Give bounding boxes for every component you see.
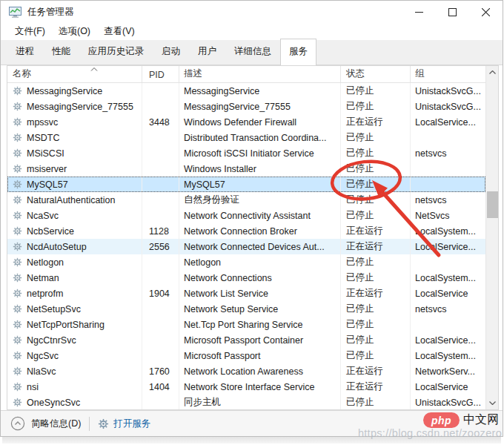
service-status-cell: 已停止 [341, 254, 411, 270]
scroll-up-icon[interactable] [486, 66, 498, 79]
service-description-cell: Network Connections [179, 270, 341, 286]
services-table: 名称 PID 描述 状态 组 MessagingServiceMessaging… [7, 65, 499, 410]
vertical-scrollbar[interactable] [485, 66, 498, 409]
close-button[interactable] [469, 1, 503, 23]
tab-startup[interactable]: 启动 [153, 39, 189, 65]
menu-options[interactable]: 选项(O) [53, 23, 96, 40]
service-description-cell: 自然身份验证 [179, 192, 341, 208]
service-name-cell: MSDTC [7, 130, 142, 145]
gear-icon [13, 366, 22, 376]
service-status-cell: 已停止 [341, 348, 411, 363]
service-group-cell [411, 254, 485, 270]
service-status-cell: 已停止 [341, 161, 411, 177]
service-group-cell: LocalService [411, 379, 485, 395]
tab-performance[interactable]: 性能 [43, 39, 79, 65]
service-group-cell [411, 177, 485, 192]
service-description-cell: Microsoft Passport Container [179, 332, 341, 348]
table-row[interactable]: netprofm1904Network List Service正在运行Loca… [7, 286, 485, 301]
table-row[interactable]: mpssvc3448Windows Defender Firewall正在运行L… [7, 114, 485, 130]
table-row[interactable]: MySQL57MySQL57已停止 [7, 177, 485, 192]
service-status-cell: 已停止 [341, 99, 411, 114]
service-description-cell: Windows Defender Firewall [179, 114, 341, 130]
php-badge: php [423, 412, 460, 428]
tab-services[interactable]: 服务 [280, 39, 316, 65]
open-services-link[interactable]: 打开服务 [98, 418, 150, 430]
table-row[interactable]: NlaSvc1760Network Location Awareness正在运行… [7, 363, 485, 379]
service-pid-cell: 1404 [142, 379, 179, 395]
table-row[interactable]: NcdAutoSetup2556Network Connected Device… [7, 239, 485, 254]
fewer-details-button[interactable]: 简略信息(D) [10, 416, 81, 431]
table-row[interactable]: MSDTCDistributed Transaction Coordina...… [7, 130, 485, 145]
table-row[interactable]: MessagingServiceMessagingService已停止Unist… [7, 83, 485, 99]
table-row[interactable]: NgcCtnrSvcMicrosoft Passport Container已停… [7, 332, 485, 348]
service-group-cell: UnistackSvcG... [411, 99, 485, 114]
column-header-pid[interactable]: PID [142, 66, 179, 82]
column-header-status[interactable]: 状态 [341, 66, 411, 82]
service-description-cell: Distributed Transaction Coordina... [179, 130, 341, 145]
tab-users[interactable]: 用户 [189, 39, 225, 65]
service-rows: MessagingServiceMessagingService已停止Unist… [7, 83, 485, 410]
title-bar[interactable]: 任务管理器 [1, 1, 503, 23]
service-group-cell: netsvcs [411, 192, 485, 208]
service-pid-cell [142, 254, 179, 270]
service-pid-cell [142, 208, 179, 223]
column-header-name[interactable]: 名称 [7, 66, 142, 82]
service-pid-cell [142, 99, 179, 114]
gear-icon [13, 148, 22, 158]
service-description-cell: Network Connected Devices Aut... [179, 239, 341, 254]
service-status-cell: 正在运行 [341, 363, 411, 379]
service-status-cell: 已停止 [341, 83, 411, 99]
service-pid-cell [142, 161, 179, 177]
service-description-cell: MySQL57 [179, 177, 341, 192]
scroll-down-icon[interactable] [486, 397, 499, 409]
table-row[interactable]: NetlogonNetlogon已停止 [7, 254, 485, 270]
column-header-description[interactable]: 描述 [179, 66, 341, 82]
table-row[interactable]: NetTcpPortSharingNet.Tcp Port Sharing Se… [7, 317, 485, 332]
tab-details[interactable]: 详细信息 [225, 39, 280, 65]
service-description-cell: Network Connection Broker [179, 223, 341, 239]
service-description-cell: Network List Service [179, 286, 341, 301]
tab-processes[interactable]: 进程 [7, 39, 43, 65]
service-name-cell: Netlogon [7, 254, 142, 270]
service-pid-cell: 3448 [142, 114, 179, 130]
table-row[interactable]: MSiSCSIMicrosoft iSCSI Initiator Service… [7, 145, 485, 161]
maximize-button[interactable] [436, 1, 469, 23]
service-description-cell: 同步主机 [179, 395, 341, 410]
service-pid-cell [142, 130, 179, 145]
gear-icon [13, 335, 22, 345]
service-group-cell: LocalService... [411, 114, 485, 130]
service-status-cell: 已停止 [341, 192, 411, 208]
gear-icon [13, 86, 22, 96]
menu-file[interactable]: 文件(F) [9, 23, 51, 40]
service-group-cell: LocalSystem... [411, 223, 485, 239]
footer-divider [89, 417, 90, 431]
column-header-group[interactable]: 组 [411, 66, 485, 82]
table-row[interactable]: msiserverWindows Installer已停止 [7, 161, 485, 177]
service-name-cell: Netman [7, 270, 142, 286]
menu-view[interactable]: 查看(V) [98, 23, 141, 40]
table-row[interactable]: NetmanNetwork Connections已停止LocalSystem.… [7, 270, 485, 286]
service-pid-cell [142, 177, 179, 192]
scrollbar-thumb[interactable] [487, 191, 498, 218]
service-name-cell: MySQL57 [7, 177, 142, 192]
php-cn-logo: php 中文网 [423, 412, 499, 428]
minimize-button[interactable] [402, 1, 436, 23]
service-status-cell: 已停止 [341, 130, 411, 145]
fewer-details-label: 简略信息(D) [31, 418, 81, 430]
service-status-cell: 已停止 [341, 317, 411, 332]
service-group-cell: LocalService... [411, 332, 485, 348]
table-row[interactable]: NcaSvcNetwork Connectivity Assistant已停止N… [7, 208, 485, 223]
table-row[interactable]: NetSetupSvcNetwork Setup Service已停止netsv… [7, 301, 485, 317]
table-row[interactable]: NgcSvcMicrosoft Passport已停止LocalSystem..… [7, 348, 485, 363]
tab-app-history[interactable]: 应用历史记录 [79, 39, 153, 65]
table-row[interactable]: NcbService1128Network Connection Broker正… [7, 223, 485, 239]
table-row[interactable]: NaturalAuthentication自然身份验证已停止netsvcs [7, 192, 485, 208]
table-row[interactable]: MessagingService_77555MessagingService_7… [7, 99, 485, 114]
table-row[interactable]: nsi1404Network Store Interface Service正在… [7, 379, 485, 395]
gear-icon [13, 133, 22, 142]
service-group-cell: netsvcs [411, 145, 485, 161]
service-group-cell: NetworkServ... [411, 363, 485, 379]
service-name-cell: MessagingService_77555 [7, 99, 142, 114]
table-row[interactable]: OneSyncSvc同步主机已停止UnistackSvcG... [7, 395, 485, 410]
service-group-cell [411, 317, 485, 332]
